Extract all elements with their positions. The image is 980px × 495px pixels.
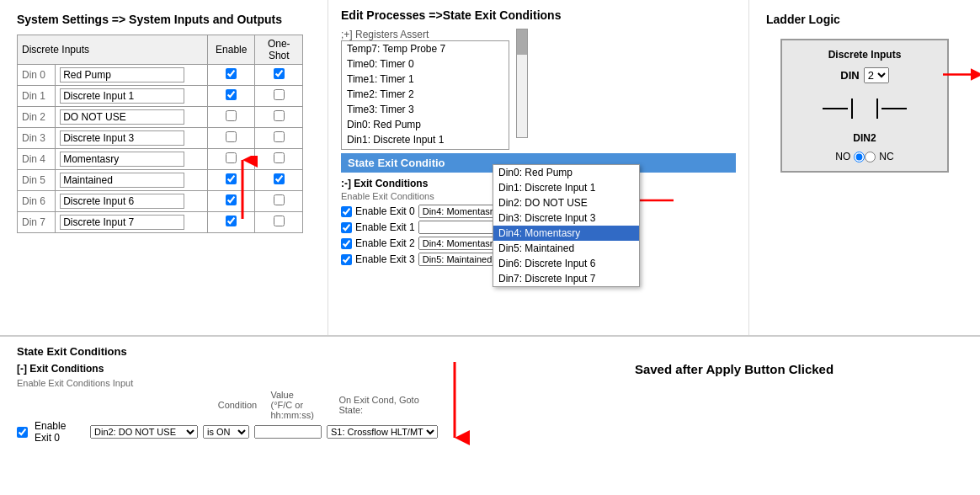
ladder-contact-svg xyxy=(823,92,907,125)
list-item[interactable]: Din4: Momentasry xyxy=(493,226,639,241)
din-name-input-6[interactable] xyxy=(60,194,184,209)
list-item[interactable]: Din1: Discrete Input 1 xyxy=(342,132,509,147)
din-oneshot-check-1[interactable] xyxy=(274,89,285,100)
din-oneshot-cell-4[interactable] xyxy=(255,149,303,170)
no-nc-row: NO NC xyxy=(791,151,939,162)
list-item[interactable]: Din0: Red Pump xyxy=(493,165,639,180)
exit-check-0[interactable] xyxy=(341,206,352,217)
din-name-cell-6[interactable] xyxy=(56,191,208,212)
din-oneshot-cell-0[interactable] xyxy=(255,65,303,86)
din-oneshot-check-5[interactable] xyxy=(274,173,285,184)
din-enable-check-0[interactable] xyxy=(226,68,237,79)
scrollbar[interactable] xyxy=(516,29,528,138)
din-oneshot-cell-2[interactable] xyxy=(255,107,303,128)
din-name-cell-0[interactable] xyxy=(56,65,208,86)
din-label-3: Din 3 xyxy=(18,128,56,149)
arrow-din-select xyxy=(943,66,980,85)
din-name-cell-3[interactable] xyxy=(56,128,208,149)
list-item[interactable]: Time1: Timer 1 xyxy=(342,72,509,87)
nc-radio[interactable] xyxy=(865,152,876,162)
din-name-input-0[interactable] xyxy=(60,67,184,82)
din-oneshot-check-7[interactable] xyxy=(274,216,285,226)
din-label-5: Din 5 xyxy=(18,170,56,191)
din-enable-cell-0[interactable] xyxy=(207,65,255,86)
din-enable-check-1[interactable] xyxy=(226,89,237,100)
red-arrow-down xyxy=(438,362,471,446)
bottom-value-input[interactable] xyxy=(254,425,322,439)
din-oneshot-cell-6[interactable] xyxy=(255,191,303,212)
discrete-inputs-box: Discrete Inputs DIN 2 0134567 xyxy=(780,39,949,173)
din-name-cell-7[interactable] xyxy=(56,212,208,233)
up-arrow-container xyxy=(226,156,259,226)
din-oneshot-check-2[interactable] xyxy=(274,110,285,121)
din-enable-cell-2[interactable] xyxy=(207,107,255,128)
exit-check-3[interactable] xyxy=(341,254,352,265)
din-name-input-3[interactable] xyxy=(60,130,184,146)
list-item[interactable]: Din5: Maintained xyxy=(493,241,639,256)
din-oneshot-check-3[interactable] xyxy=(274,131,285,142)
bottom-col-headers: Condition Value(°F/C or hh:mm:ss) On Exi… xyxy=(17,390,438,420)
col-enable-input xyxy=(17,400,104,410)
no-radio[interactable] xyxy=(854,152,865,162)
bottom-title: State Exit Conditions xyxy=(17,345,438,358)
registers-label[interactable]: ;+] Registers Assert xyxy=(341,29,506,40)
right-panel-title: Ladder Logic xyxy=(766,13,963,26)
no-label: NO xyxy=(835,151,850,162)
din-label-1: Din 1 xyxy=(18,86,56,107)
din-name-cell-2[interactable] xyxy=(56,107,208,128)
list-item[interactable]: Time3: Timer 3 xyxy=(342,102,509,117)
saved-title: Saved after Apply Button Clicked xyxy=(505,362,963,376)
list-item[interactable]: Time0: Timer 0 xyxy=(342,56,509,72)
bottom-left: State Exit Conditions [-] Exit Condition… xyxy=(17,345,438,487)
exit-check-2[interactable] xyxy=(341,238,352,249)
dropdown-overlay: Din0: Red PumpDin1: Discrete Input 1Din2… xyxy=(493,164,640,287)
list-item[interactable]: Din7: Discrete Input 7 xyxy=(493,271,639,286)
din-name-cell-4[interactable] xyxy=(56,149,208,170)
list-item[interactable]: Din2: DO NOT USE xyxy=(493,195,639,210)
din-oneshot-cell-3[interactable] xyxy=(255,128,303,149)
bottom-input-select[interactable]: Din2: DO NOT USE Din0: Red Pump Din1: Di… xyxy=(90,425,198,439)
din-label-6: Din 6 xyxy=(18,191,56,212)
din-enable-check-3[interactable] xyxy=(226,131,237,142)
discrete-inputs-table: Discrete Inputs Enable One-Shot Din 0 Di… xyxy=(17,35,303,233)
bottom-cond-select[interactable]: is ON is OFF is >= is <= xyxy=(203,425,249,439)
bottom-enable-label: Enable Exit 0 xyxy=(35,420,85,444)
din-name-input-4[interactable] xyxy=(60,152,184,167)
din-oneshot-cell-7[interactable] xyxy=(255,212,303,233)
bottom-exit-row: Enable Exit 0 Din2: DO NOT USE Din0: Red… xyxy=(17,420,438,444)
din-oneshot-check-0[interactable] xyxy=(274,68,285,79)
bottom-enable-check[interactable] xyxy=(17,427,28,438)
din-oneshot-check-6[interactable] xyxy=(274,194,285,205)
din-name-input-7[interactable] xyxy=(60,215,184,230)
din-oneshot-cell-5[interactable] xyxy=(255,170,303,191)
din-oneshot-check-4[interactable] xyxy=(274,152,285,163)
list-item[interactable]: Din0: Red Pump xyxy=(342,117,509,132)
din-enable-cell-1[interactable] xyxy=(207,86,255,107)
din-name-input-2[interactable] xyxy=(60,109,184,125)
table-row: Din 7 xyxy=(18,212,303,233)
bottom-goto-select[interactable]: S1: Crossflow HLT/MT xyxy=(327,425,438,439)
din-label-0: Din 0 xyxy=(18,65,56,86)
list-item[interactable]: Time2: Timer 2 xyxy=(342,87,509,102)
down-arrow-container xyxy=(438,345,505,487)
list-item[interactable]: Din3: Discrete Input 3 xyxy=(493,210,639,226)
list-item[interactable]: Din1: Discrete Input 1 xyxy=(493,180,639,195)
din-select[interactable]: 2 0134567 xyxy=(864,67,889,83)
din-name-input-5[interactable] xyxy=(60,173,184,188)
list-item[interactable]: Temp7: Temp Probe 7 xyxy=(342,41,509,56)
din-oneshot-cell-1[interactable] xyxy=(255,86,303,107)
din-enable-check-2[interactable] xyxy=(226,110,237,121)
din-name-cell-1[interactable] xyxy=(56,86,208,107)
din-label-7: Din 7 xyxy=(18,212,56,233)
left-panel-title: System Settings => System Inputs and Out… xyxy=(17,13,311,26)
din-label-2: Din 2 xyxy=(18,107,56,128)
din-enable-cell-3[interactable] xyxy=(207,128,255,149)
registers-dropdown[interactable]: Temp7: Temp Probe 7Time0: Timer 0Time1: … xyxy=(341,40,509,150)
exit-check-1[interactable] xyxy=(341,222,352,233)
din-name-input-1[interactable] xyxy=(60,88,184,104)
din-name-cell-5[interactable] xyxy=(56,170,208,191)
list-item[interactable]: Din6: Discrete Input 6 xyxy=(493,256,639,271)
table-row: Din 0 xyxy=(18,65,303,86)
col-condition: Condition xyxy=(218,400,268,410)
ladder-symbol xyxy=(791,92,939,125)
